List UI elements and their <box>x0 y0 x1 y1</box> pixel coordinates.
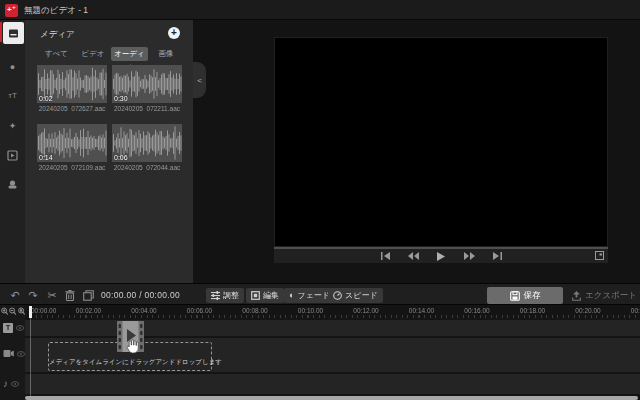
adjust-sliders-icon <box>211 291 220 300</box>
audio-clip-item[interactable]: 0:30 20240205_072211.aac <box>112 65 182 112</box>
audio-track-visibility-icon[interactable] <box>11 381 19 387</box>
timeline-zoom-controls <box>1 307 25 316</box>
transport-controls <box>274 250 608 262</box>
timeline-left-column: T ♪ <box>0 305 25 400</box>
media-panel-title: メディア <box>40 29 75 41</box>
export-arrow-icon <box>572 291 581 301</box>
overlay-icon <box>7 179 18 190</box>
audio-clip-item[interactable]: 0:14 20240205_072109.aac <box>37 124 107 171</box>
clip-duration: 0:30 <box>114 95 128 102</box>
tab-all[interactable]: すべて <box>38 47 75 61</box>
waveform-thumbnail[interactable]: 0:30 <box>112 65 182 103</box>
zoom-out-icon[interactable] <box>9 307 16 316</box>
fullscreen-button[interactable] <box>595 251 604 260</box>
tab-video[interactable]: ビデオ <box>75 47 112 61</box>
crop-frame-icon <box>251 291 260 300</box>
app-window: +⁺ 無題のビデオ - 1 ● тT ✦ <box>0 0 640 400</box>
clip-duration: 0:06 <box>114 154 128 161</box>
ruler-label: 00:08.00 <box>242 307 267 314</box>
text-icon: тT <box>8 92 17 100</box>
playhead-line <box>30 318 31 396</box>
ruler-label: 00:18.00 <box>520 307 545 314</box>
speed-button[interactable]: スピード <box>328 288 383 303</box>
ruler-label: 00:02.00 <box>76 307 101 314</box>
fast-forward-button[interactable] <box>463 251 475 261</box>
redo-button[interactable]: ↷ <box>25 287 41 303</box>
cut-button[interactable]: ✂ <box>44 287 60 303</box>
sidebar-item-transition[interactable] <box>0 144 25 166</box>
save-button[interactable]: 保存 <box>487 287 563 304</box>
media-library-icon <box>7 27 20 40</box>
text-track-visibility-icon[interactable] <box>16 325 24 331</box>
sidebar-item-effect[interactable]: ✦ <box>0 115 25 137</box>
ruler-label: 00:14.00 <box>409 307 434 314</box>
edit-label: 編集 <box>263 290 279 301</box>
sidebar-item-media[interactable] <box>3 22 24 44</box>
panel-collapse-button[interactable]: < <box>193 62 206 98</box>
audio-track-lane[interactable] <box>25 374 640 394</box>
video-track-header <box>3 349 25 358</box>
speed-label: スピード <box>345 290 378 301</box>
preview-panel <box>193 20 640 283</box>
text-track-header: T <box>3 323 24 333</box>
ruler-label: 00:06.00 <box>187 307 212 314</box>
adjust-label: 調整 <box>223 290 239 301</box>
media-panel: メディア + すべて ビデオ オーディオ 画像 0:02 20240205_07… <box>25 20 193 283</box>
transition-icon <box>7 150 18 161</box>
audio-clip-item[interactable]: 0:06 20240205_072044.aac <box>112 124 182 171</box>
duplicate-button[interactable] <box>80 287 96 303</box>
undo-button[interactable]: ↶ <box>7 287 23 303</box>
clip-filename: 20240205_072109.aac <box>37 164 107 171</box>
rewind-button[interactable] <box>407 251 419 261</box>
sidebar: ● тT ✦ <box>0 20 25 283</box>
window-title: 無題のビデオ - 1 <box>24 5 88 17</box>
zoom-fit-icon[interactable] <box>18 307 25 316</box>
ruler-label: 00:12.00 <box>353 307 378 314</box>
video-track-icon <box>3 349 14 358</box>
media-tabs: すべて ビデオ オーディオ 画像 <box>38 47 184 61</box>
text-track-icon: T <box>3 323 13 333</box>
skip-to-start-button[interactable] <box>379 251 391 261</box>
sidebar-item-filter[interactable]: ● <box>0 56 25 78</box>
delete-button[interactable] <box>62 287 78 303</box>
drop-hint-text: メディアをタイムラインにドラッグアンドドロップします <box>49 358 211 367</box>
seek-bar[interactable] <box>274 247 608 249</box>
playback-control-bar <box>274 247 608 263</box>
ruler-label: 00:00.00 <box>31 307 56 314</box>
play-button[interactable] <box>435 251 447 261</box>
selected-accent-bar <box>0 22 2 42</box>
tab-image[interactable]: 画像 <box>148 47 185 61</box>
timeline: T ♪ 00:00.00 00:02.00 00:04.00 00:06.00 … <box>0 305 640 400</box>
waveform-thumbnail[interactable]: 0:06 <box>112 124 182 162</box>
save-label: 保存 <box>524 290 541 302</box>
filter-icon: ● <box>10 63 15 72</box>
title-bar: +⁺ 無題のビデオ - 1 <box>0 0 640 20</box>
waveform-thumbnail[interactable]: 0:14 <box>37 124 107 162</box>
ruler-ticks <box>30 315 640 318</box>
audio-clip-item[interactable]: 0:02 20240205_072627.aac <box>37 65 107 112</box>
clip-filename: 20240205_072211.aac <box>112 105 182 112</box>
timeline-ruler[interactable]: 00:00.00 00:02.00 00:04.00 00:06.00 00:0… <box>25 305 640 319</box>
sidebar-item-text[interactable]: тT <box>0 85 25 107</box>
effect-icon: ✦ <box>9 122 17 131</box>
clip-duration: 0:02 <box>39 95 53 102</box>
timecode-display: 00:00.00 / 00:00.00 <box>101 290 180 300</box>
sidebar-item-overlay[interactable] <box>0 173 25 195</box>
edit-button[interactable]: 編集 <box>246 288 284 303</box>
tab-audio[interactable]: オーディオ <box>111 47 148 61</box>
ruler-label: 00:10.00 <box>298 307 323 314</box>
audio-track-icon: ♪ <box>3 379 8 389</box>
playhead-handle[interactable] <box>29 306 32 318</box>
skip-to-end-button[interactable] <box>491 251 503 261</box>
drop-film-icon <box>116 321 146 359</box>
timeline-horizontal-scrollbar[interactable] <box>25 396 638 400</box>
add-media-button[interactable]: + <box>168 27 180 39</box>
app-logo-icon: +⁺ <box>5 4 18 17</box>
fade-icon: ◐ <box>289 291 294 300</box>
video-track-visibility-icon[interactable] <box>17 351 25 357</box>
adjust-button[interactable]: 調整 <box>206 288 244 303</box>
ruler-label: 00:20.00 <box>575 307 600 314</box>
zoom-in-icon[interactable] <box>1 307 8 316</box>
export-button[interactable]: エクスポート <box>572 287 637 304</box>
waveform-thumbnail[interactable]: 0:02 <box>37 65 107 103</box>
